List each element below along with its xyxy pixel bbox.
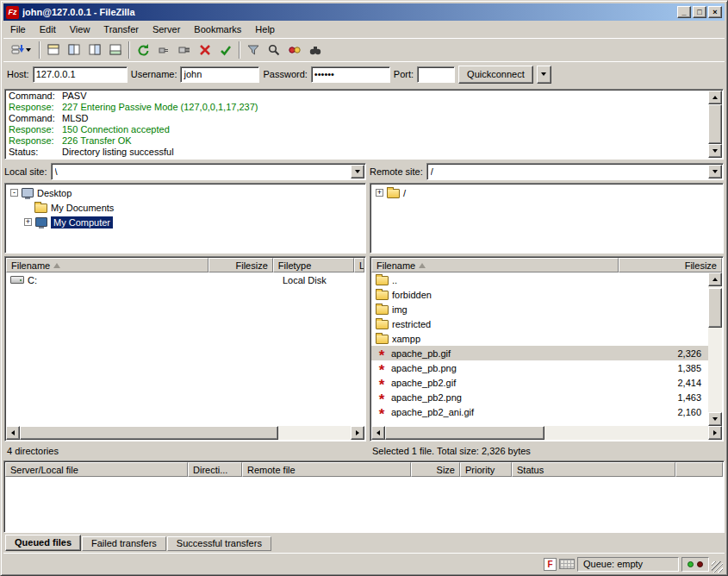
- tree-item-desktop[interactable]: - Desktop: [7, 185, 364, 200]
- menu-edit[interactable]: Edit: [33, 22, 63, 37]
- process-queue-button[interactable]: [153, 41, 174, 60]
- local-horizontal-scrollbar[interactable]: [6, 426, 364, 440]
- column-header-status[interactable]: Status: [512, 462, 675, 477]
- tab-queued-files[interactable]: Queued files: [5, 535, 81, 551]
- toggle-remote-tree-button[interactable]: [84, 41, 105, 60]
- scrollbar-thumb[interactable]: [385, 426, 544, 440]
- scroll-left-button[interactable]: [6, 426, 20, 440]
- scroll-up-button[interactable]: [708, 91, 722, 104]
- transfer-type-icon[interactable]: F: [544, 558, 557, 571]
- toggle-queue-button[interactable]: [105, 41, 126, 60]
- log-prefix: Response:: [9, 135, 62, 147]
- title-bar[interactable]: Fz john@127.0.0.1 - FileZilla _ □ ×: [3, 3, 725, 21]
- tab-failed-transfers[interactable]: Failed transfers: [82, 536, 166, 551]
- remote-file-row[interactable]: restricted: [371, 316, 708, 331]
- close-button[interactable]: ×: [708, 6, 722, 18]
- tree-item-my-computer[interactable]: + My Computer: [7, 215, 364, 229]
- username-input[interactable]: [180, 66, 259, 83]
- column-header-filesize[interactable]: Filesize: [208, 258, 273, 272]
- menu-file[interactable]: File: [3, 22, 33, 37]
- cancel-button[interactable]: [195, 41, 215, 60]
- menu-server[interactable]: Server: [146, 22, 187, 37]
- remote-file-row-selected[interactable]: apache_pb.gif2,326: [371, 346, 708, 360]
- remote-file-row[interactable]: img: [371, 302, 708, 316]
- quickconnect-dropdown-button[interactable]: [537, 66, 551, 84]
- collapse-icon[interactable]: -: [10, 189, 18, 197]
- port-input[interactable]: [417, 66, 455, 83]
- local-site-combobox[interactable]: [51, 163, 366, 180]
- site-manager-button[interactable]: [5, 41, 36, 60]
- remote-site-dropdown-button[interactable]: [708, 165, 722, 178]
- column-header-server-local-file[interactable]: Server/Local file: [5, 462, 188, 477]
- scroll-down-button[interactable]: [708, 412, 722, 426]
- scroll-up-button[interactable]: [708, 272, 722, 286]
- remote-file-row[interactable]: apache_pb2.gif2,414: [371, 375, 708, 390]
- scrollbar-thumb[interactable]: [708, 288, 722, 328]
- encryption-indicator-icon[interactable]: [559, 559, 575, 569]
- queue-body[interactable]: [5, 477, 723, 531]
- remote-file-row[interactable]: apache_pb.png1,385: [371, 360, 708, 375]
- menu-help[interactable]: Help: [248, 22, 282, 37]
- tree-item-root[interactable]: + /: [372, 185, 721, 200]
- remote-file-row[interactable]: apache_pb2_ani.gif2,160: [371, 404, 708, 419]
- remote-file-row[interactable]: apache_pb2.png1,463: [371, 390, 708, 404]
- resize-grip[interactable]: [712, 561, 723, 573]
- scrollbar-thumb[interactable]: [20, 426, 278, 440]
- column-header-priority[interactable]: Priority: [460, 462, 512, 477]
- maximize-button[interactable]: □: [693, 6, 706, 18]
- column-header-remote-file[interactable]: Remote file: [242, 462, 411, 477]
- find-files-button[interactable]: [305, 41, 326, 60]
- minimize-button[interactable]: _: [677, 6, 691, 18]
- remote-file-row[interactable]: ..: [371, 272, 708, 287]
- image-file-icon: [376, 377, 388, 389]
- tree-item-my-documents[interactable]: My Documents: [7, 200, 364, 215]
- remote-horizontal-scrollbar[interactable]: [371, 426, 722, 440]
- scrollbar-track[interactable]: [708, 286, 722, 412]
- remote-site-label: Remote site:: [370, 166, 423, 177]
- tab-successful-transfers[interactable]: Successful transfers: [167, 536, 271, 551]
- check-icon: [219, 43, 233, 57]
- message-log: Command:PASV Response:227 Entering Passi…: [4, 89, 724, 160]
- local-file-row[interactable]: C: Local Disk: [6, 272, 364, 287]
- scroll-right-button[interactable]: [708, 426, 722, 440]
- host-input[interactable]: [33, 66, 128, 83]
- scrollbar-track[interactable]: [278, 426, 351, 440]
- remote-site-input[interactable]: [428, 166, 708, 178]
- column-header-direction[interactable]: Directi...: [188, 462, 242, 477]
- scroll-down-button[interactable]: [708, 144, 722, 158]
- toggle-log-button[interactable]: [43, 41, 64, 60]
- menu-bookmarks[interactable]: Bookmarks: [187, 22, 248, 37]
- scrollbar-thumb[interactable]: [708, 104, 722, 144]
- log-scrollbar[interactable]: [708, 91, 722, 158]
- filter-button[interactable]: [243, 41, 264, 60]
- remote-site-combobox[interactable]: [426, 163, 724, 180]
- local-site-dropdown-button[interactable]: [351, 165, 364, 178]
- apply-button[interactable]: [215, 41, 236, 60]
- menu-view[interactable]: View: [63, 22, 97, 37]
- scroll-left-button[interactable]: [371, 426, 385, 440]
- directory-compare-button[interactable]: [264, 41, 284, 60]
- refresh-button[interactable]: [133, 41, 153, 60]
- sync-browse-button[interactable]: [284, 41, 305, 60]
- scroll-right-button[interactable]: [351, 426, 364, 440]
- expand-icon[interactable]: +: [24, 218, 32, 226]
- local-site-input[interactable]: [53, 166, 351, 178]
- column-header-last-modified[interactable]: L: [354, 258, 364, 272]
- log-message: 227 Entering Passive Mode (127,0,0,1,17,…: [62, 102, 258, 113]
- quickconnect-button[interactable]: Quickconnect: [458, 66, 533, 84]
- toggle-local-tree-button[interactable]: [64, 41, 84, 60]
- column-header-filetype[interactable]: Filetype: [273, 258, 354, 272]
- remote-file-row[interactable]: forbidden: [371, 287, 708, 302]
- remote-vertical-scrollbar[interactable]: [708, 272, 722, 426]
- column-header-filename[interactable]: Filename: [6, 258, 208, 272]
- remote-file-row[interactable]: xampp: [371, 331, 708, 346]
- column-header-filesize[interactable]: Filesize: [619, 258, 722, 272]
- menu-transfer[interactable]: Transfer: [96, 22, 146, 37]
- expand-icon[interactable]: +: [376, 189, 383, 197]
- disconnect-button[interactable]: [174, 41, 195, 60]
- scrollbar-track[interactable]: [544, 426, 708, 440]
- column-header-size[interactable]: Size: [411, 462, 460, 477]
- log-prefix: Response:: [9, 124, 62, 135]
- column-header-filename[interactable]: Filename: [371, 258, 619, 272]
- password-input[interactable]: [311, 66, 390, 83]
